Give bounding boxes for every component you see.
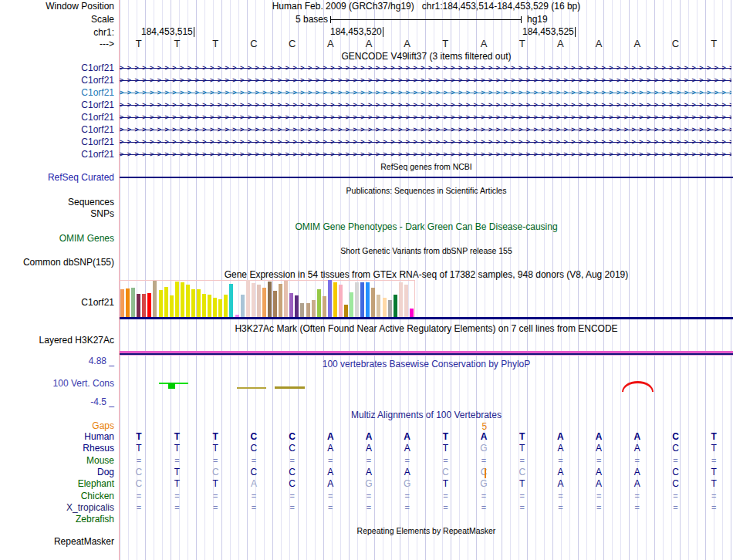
gencode-transcript-label[interactable]: C1orf21	[0, 76, 114, 86]
alignment-base: C	[136, 479, 143, 489]
gtex-bar	[164, 287, 168, 317]
gtex-bar	[371, 288, 375, 317]
coordinate-text: 184,453,515	[141, 27, 193, 37]
gencode-track-title[interactable]: GENCODE V49lift37 (3 items filtered out)	[120, 52, 733, 62]
alignment-base: T	[213, 444, 218, 454]
alignment-base: C	[289, 479, 296, 489]
species-label-rhesus[interactable]: Rhesus	[0, 444, 114, 454]
gencode-transcript-label[interactable]: C1orf21	[0, 150, 114, 160]
gencode-transcript-label[interactable]: C1orf21	[0, 125, 114, 135]
conservation-label[interactable]: 100 Vert. Cons	[0, 379, 114, 389]
alignment-base: A	[366, 467, 372, 477]
alignment-base: T	[136, 444, 141, 454]
gencode-transcript-label[interactable]: C1orf21	[0, 63, 114, 73]
alignment-base: =	[673, 456, 677, 466]
alignment-base: =	[673, 503, 677, 513]
gtex-bar	[213, 298, 217, 317]
base-letter: T	[442, 39, 448, 49]
alignment-base: =	[252, 456, 256, 466]
omim-track-title[interactable]: OMIM Gene Phenotypes - Dark Green Can Be…	[120, 222, 733, 232]
scale-bar-right-cap	[521, 16, 522, 23]
alignment-base: C	[289, 432, 296, 442]
h3k27ac-track-title[interactable]: H3K27Ac Mark (Often Found Near Active Re…	[120, 324, 733, 334]
snps-label[interactable]: SNPs	[0, 209, 114, 219]
gtex-bar	[312, 300, 316, 317]
base-letter: A	[596, 39, 603, 49]
alignment-base: =	[366, 491, 371, 501]
alignment-base: =	[635, 456, 640, 466]
alignment-base: =	[404, 491, 409, 501]
coordinate-tick	[383, 27, 383, 37]
gtex-bar	[399, 282, 403, 317]
alignment-base: =	[213, 503, 218, 513]
alignment-base: C	[289, 467, 296, 477]
gtex-bar	[246, 280, 250, 317]
gtex-plot-right-border	[414, 280, 415, 319]
gtex-bar	[191, 289, 195, 317]
refseq-track-title[interactable]: RefSeq genes from NCBI	[120, 162, 733, 172]
base-letter: C	[289, 39, 296, 49]
repeatmasker-label[interactable]: RepeatMasker	[0, 537, 114, 547]
alignment-base: C	[251, 444, 258, 454]
gtex-bar	[289, 293, 293, 317]
gtex-track-title[interactable]: Gene Expression in 54 tissues from GTEx …	[120, 270, 733, 280]
gencode-transcript-label[interactable]: C1orf21	[0, 137, 114, 147]
alignment-base: =	[481, 503, 486, 513]
species-label-x_tropicalis[interactable]: X_tropicalis	[0, 503, 114, 513]
refseq-curated-label[interactable]: RefSeq Curated	[0, 173, 114, 183]
h3k27ac-label[interactable]: Layered H3K27Ac	[0, 336, 114, 346]
gaps-label[interactable]: Gaps	[0, 421, 114, 431]
base-letter: T	[136, 39, 142, 49]
gencode-transcript-label[interactable]: C1orf21	[0, 88, 114, 98]
transcript-arrowheads: >>>>>>>>>>>>>>>>>>>>>>>>>>>>>>>>>>>>>>>>…	[120, 113, 731, 122]
gtex-plot-top-border	[120, 280, 414, 281]
dbsnp-track-title[interactable]: Short Genetic Variants from dbSNP releas…	[120, 246, 733, 256]
alignment-base: T	[711, 432, 716, 442]
alignment-base: C	[519, 467, 525, 477]
coordinate-text: 184,453,525	[522, 27, 574, 37]
coordinate-tick	[575, 27, 576, 37]
gtex-bar	[181, 282, 184, 317]
species-label-chicken[interactable]: Chicken	[0, 491, 114, 501]
gencode-transcript-label[interactable]: C1orf21	[0, 100, 114, 110]
alignment-base: C	[672, 432, 679, 442]
species-label-zebrafish[interactable]: Zebrafish	[0, 514, 114, 525]
alignment-base: A	[327, 432, 334, 442]
gtex-bar	[126, 288, 130, 317]
alignment-base: =	[174, 456, 179, 466]
multiz-track-title[interactable]: Multiz Alignments of 100 Vertebrates	[120, 410, 733, 420]
alignment-base: =	[137, 491, 141, 501]
sequences-label[interactable]: Sequences	[0, 197, 114, 207]
conservation-max-label: 4.88 _	[0, 356, 114, 366]
species-label-human[interactable]: Human	[0, 432, 114, 442]
gtex-bar	[410, 309, 414, 317]
gtex-gene-label[interactable]: C1orf21	[0, 298, 114, 308]
gap-insertion-tick	[485, 468, 486, 478]
coordinate-tick-label: 184,453,525	[522, 27, 576, 37]
gencode-transcript-label[interactable]: C1orf21	[0, 113, 114, 123]
alignment-base: =	[404, 503, 409, 513]
base-letter: A	[404, 39, 410, 49]
repeatmasker-track-title[interactable]: Repeating Elements by RepeatMasker	[120, 526, 733, 536]
alignment-base: A	[634, 467, 640, 477]
transcript-row: >>>>>>>>>>>>>>>>>>>>>>>>>>>>>>>>>>>>>>>>…	[120, 89, 731, 97]
publications-track-title[interactable]: Publications: Sequences in Scientific Ar…	[120, 186, 733, 196]
omim-genes-label[interactable]: OMIM Genes	[0, 234, 114, 244]
alignment-base: =	[174, 491, 179, 501]
conservation-track-title[interactable]: 100 vertebrates Basewise Conservation by…	[120, 359, 733, 369]
alignment-base: A	[327, 444, 333, 454]
species-label-elephant[interactable]: Elephant	[0, 479, 114, 489]
scale-bar	[330, 19, 522, 20]
alignment-base: T	[443, 444, 448, 454]
dbsnp-label[interactable]: Common dbSNP(155)	[0, 258, 114, 268]
base-letter: A	[481, 39, 488, 49]
transcript-row: >>>>>>>>>>>>>>>>>>>>>>>>>>>>>>>>>>>>>>>>…	[120, 150, 731, 159]
base-letter: C	[250, 39, 257, 49]
alignment-base: A	[327, 467, 333, 477]
alignment-base: =	[596, 491, 601, 501]
alignment-base: T	[519, 444, 525, 454]
species-label-dog[interactable]: Dog	[0, 467, 114, 477]
species-label-mouse[interactable]: Mouse	[0, 456, 114, 466]
alignment-base: C	[212, 467, 219, 477]
alignment-base: =	[289, 491, 294, 501]
